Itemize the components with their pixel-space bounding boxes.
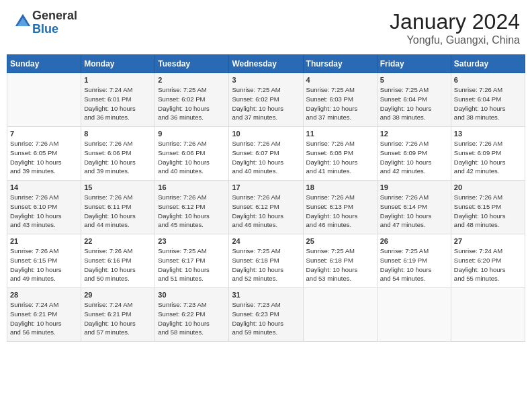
day-info: Sunrise: 7:26 AM Sunset: 6:15 PM Dayligh… xyxy=(454,193,522,230)
day-number: 20 xyxy=(454,183,522,191)
calendar-cell: 19Sunrise: 7:26 AM Sunset: 6:14 PM Dayli… xyxy=(377,181,451,234)
day-number: 26 xyxy=(380,237,448,245)
day-info: Sunrise: 7:23 AM Sunset: 6:23 PM Dayligh… xyxy=(232,300,300,337)
calendar-cell: 31Sunrise: 7:23 AM Sunset: 6:23 PM Dayli… xyxy=(229,288,303,342)
day-number: 22 xyxy=(84,237,152,245)
day-number: 24 xyxy=(232,237,300,245)
day-number: 10 xyxy=(232,130,300,138)
calendar-cell: 15Sunrise: 7:26 AM Sunset: 6:11 PM Dayli… xyxy=(81,181,155,234)
day-info: Sunrise: 7:26 AM Sunset: 6:07 PM Dayligh… xyxy=(232,139,300,176)
day-info: Sunrise: 7:26 AM Sunset: 6:05 PM Dayligh… xyxy=(10,139,78,176)
calendar-cell: 9Sunrise: 7:26 AM Sunset: 6:06 PM Daylig… xyxy=(155,127,229,181)
day-number: 9 xyxy=(158,130,226,138)
calendar-cell: 1Sunrise: 7:24 AM Sunset: 6:01 PM Daylig… xyxy=(81,73,155,127)
calendar-cell: 7Sunrise: 7:26 AM Sunset: 6:05 PM Daylig… xyxy=(7,127,81,181)
day-number: 25 xyxy=(306,237,374,245)
calendar-cell: 24Sunrise: 7:25 AM Sunset: 6:18 PM Dayli… xyxy=(229,234,303,288)
calendar-cell: 4Sunrise: 7:25 AM Sunset: 6:03 PM Daylig… xyxy=(303,73,377,127)
calendar-cell xyxy=(7,73,81,127)
day-number: 23 xyxy=(158,237,226,245)
day-number: 3 xyxy=(232,76,300,84)
calendar-cell: 16Sunrise: 7:26 AM Sunset: 6:12 PM Dayli… xyxy=(155,181,229,234)
calendar-cell xyxy=(303,288,377,342)
logo-icon xyxy=(13,12,32,31)
day-info: Sunrise: 7:25 AM Sunset: 6:17 PM Dayligh… xyxy=(158,246,226,283)
day-info: Sunrise: 7:25 AM Sunset: 6:18 PM Dayligh… xyxy=(232,246,300,283)
calendar-cell: 14Sunrise: 7:26 AM Sunset: 6:10 PM Dayli… xyxy=(7,181,81,234)
title-block: January 2024 Yongfu, Guangxi, China xyxy=(390,9,520,46)
day-number: 16 xyxy=(158,183,226,191)
day-number: 30 xyxy=(158,291,226,299)
logo: General Blue xyxy=(12,9,77,36)
calendar-cell: 13Sunrise: 7:26 AM Sunset: 6:09 PM Dayli… xyxy=(451,127,525,181)
day-info: Sunrise: 7:26 AM Sunset: 6:14 PM Dayligh… xyxy=(380,193,448,230)
calendar-cell xyxy=(377,288,451,342)
day-info: Sunrise: 7:26 AM Sunset: 6:09 PM Dayligh… xyxy=(380,139,448,176)
day-info: Sunrise: 7:26 AM Sunset: 6:15 PM Dayligh… xyxy=(10,246,78,283)
day-info: Sunrise: 7:26 AM Sunset: 6:16 PM Dayligh… xyxy=(84,246,152,283)
day-info: Sunrise: 7:24 AM Sunset: 6:20 PM Dayligh… xyxy=(454,246,522,283)
day-number: 14 xyxy=(10,183,78,191)
day-info: Sunrise: 7:25 AM Sunset: 6:19 PM Dayligh… xyxy=(380,246,448,283)
calendar-table: SundayMondayTuesdayWednesdayThursdayFrid… xyxy=(7,54,525,342)
day-header-saturday: Saturday xyxy=(451,55,525,73)
calendar-cell: 6Sunrise: 7:26 AM Sunset: 6:04 PM Daylig… xyxy=(451,73,525,127)
day-info: Sunrise: 7:25 AM Sunset: 6:18 PM Dayligh… xyxy=(306,246,374,283)
day-header-tuesday: Tuesday xyxy=(155,55,229,73)
week-row-1: 1Sunrise: 7:24 AM Sunset: 6:01 PM Daylig… xyxy=(7,73,525,127)
calendar-cell: 2Sunrise: 7:25 AM Sunset: 6:02 PM Daylig… xyxy=(155,73,229,127)
calendar-cell: 17Sunrise: 7:26 AM Sunset: 6:12 PM Dayli… xyxy=(229,181,303,234)
logo-blue-text: Blue xyxy=(32,22,58,36)
day-info: Sunrise: 7:26 AM Sunset: 6:11 PM Dayligh… xyxy=(84,193,152,230)
day-number: 27 xyxy=(454,237,522,245)
calendar-cell: 12Sunrise: 7:26 AM Sunset: 6:09 PM Dayli… xyxy=(377,127,451,181)
week-row-3: 14Sunrise: 7:26 AM Sunset: 6:10 PM Dayli… xyxy=(7,181,525,234)
day-number: 18 xyxy=(306,183,374,191)
day-info: Sunrise: 7:26 AM Sunset: 6:12 PM Dayligh… xyxy=(158,193,226,230)
day-info: Sunrise: 7:26 AM Sunset: 6:10 PM Dayligh… xyxy=(10,193,78,230)
location: Yongfu, Guangxi, China xyxy=(390,34,520,46)
day-number: 31 xyxy=(232,291,300,299)
day-header-friday: Friday xyxy=(377,55,451,73)
day-number: 15 xyxy=(84,183,152,191)
day-info: Sunrise: 7:25 AM Sunset: 6:02 PM Dayligh… xyxy=(232,85,300,122)
day-info: Sunrise: 7:26 AM Sunset: 6:09 PM Dayligh… xyxy=(454,139,522,176)
week-row-2: 7Sunrise: 7:26 AM Sunset: 6:05 PM Daylig… xyxy=(7,127,525,181)
day-number: 2 xyxy=(158,76,226,84)
day-number: 29 xyxy=(84,291,152,299)
calendar-cell xyxy=(451,288,525,342)
day-header-wednesday: Wednesday xyxy=(229,55,303,73)
day-info: Sunrise: 7:25 AM Sunset: 6:02 PM Dayligh… xyxy=(158,85,226,122)
calendar-cell: 18Sunrise: 7:26 AM Sunset: 6:13 PM Dayli… xyxy=(303,181,377,234)
day-number: 12 xyxy=(380,130,448,138)
header-row: SundayMondayTuesdayWednesdayThursdayFrid… xyxy=(7,55,525,73)
calendar-cell: 11Sunrise: 7:26 AM Sunset: 6:08 PM Dayli… xyxy=(303,127,377,181)
day-number: 17 xyxy=(232,183,300,191)
logo-general-text: General xyxy=(32,9,77,22)
calendar-cell: 26Sunrise: 7:25 AM Sunset: 6:19 PM Dayli… xyxy=(377,234,451,288)
day-number: 5 xyxy=(380,76,448,84)
day-info: Sunrise: 7:26 AM Sunset: 6:06 PM Dayligh… xyxy=(84,139,152,176)
day-number: 1 xyxy=(84,76,152,84)
month-year: January 2024 xyxy=(390,9,520,34)
calendar-cell: 20Sunrise: 7:26 AM Sunset: 6:15 PM Dayli… xyxy=(451,181,525,234)
day-info: Sunrise: 7:26 AM Sunset: 6:04 PM Dayligh… xyxy=(454,85,522,122)
day-number: 28 xyxy=(10,291,78,299)
day-number: 11 xyxy=(306,130,374,138)
calendar-cell: 29Sunrise: 7:24 AM Sunset: 6:21 PM Dayli… xyxy=(81,288,155,342)
day-header-monday: Monday xyxy=(81,55,155,73)
day-number: 4 xyxy=(306,76,374,84)
calendar-cell: 25Sunrise: 7:25 AM Sunset: 6:18 PM Dayli… xyxy=(303,234,377,288)
calendar-cell: 28Sunrise: 7:24 AM Sunset: 6:21 PM Dayli… xyxy=(7,288,81,342)
day-number: 13 xyxy=(454,130,522,138)
day-info: Sunrise: 7:23 AM Sunset: 6:22 PM Dayligh… xyxy=(158,300,226,337)
week-row-4: 21Sunrise: 7:26 AM Sunset: 6:15 PM Dayli… xyxy=(7,234,525,288)
calendar-cell: 5Sunrise: 7:25 AM Sunset: 6:04 PM Daylig… xyxy=(377,73,451,127)
calendar-cell: 21Sunrise: 7:26 AM Sunset: 6:15 PM Dayli… xyxy=(7,234,81,288)
day-number: 19 xyxy=(380,183,448,191)
day-number: 21 xyxy=(10,237,78,245)
calendar-cell: 22Sunrise: 7:26 AM Sunset: 6:16 PM Dayli… xyxy=(81,234,155,288)
day-info: Sunrise: 7:24 AM Sunset: 6:01 PM Dayligh… xyxy=(84,85,152,122)
day-info: Sunrise: 7:26 AM Sunset: 6:06 PM Dayligh… xyxy=(158,139,226,176)
day-info: Sunrise: 7:24 AM Sunset: 6:21 PM Dayligh… xyxy=(10,300,78,337)
